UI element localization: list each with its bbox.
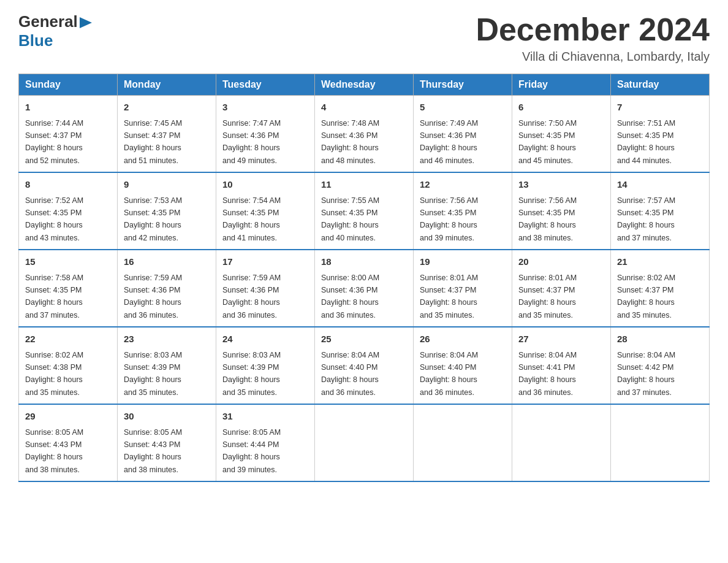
calendar-cell: 30 Sunrise: 8:05 AMSunset: 4:43 PMDaylig… [118, 404, 216, 481]
calendar-week-1: 1 Sunrise: 7:44 AMSunset: 4:37 PMDayligh… [19, 96, 710, 173]
day-info: Sunrise: 8:01 AMSunset: 4:37 PMDaylight:… [420, 274, 478, 320]
day-info: Sunrise: 8:04 AMSunset: 4:40 PMDaylight:… [321, 351, 379, 397]
calendar-cell: 31 Sunrise: 8:05 AMSunset: 4:44 PMDaylig… [216, 404, 315, 481]
calendar-cell: 20 Sunrise: 8:01 AMSunset: 4:37 PMDaylig… [512, 250, 611, 327]
day-header-tuesday: Tuesday [216, 74, 315, 96]
calendar-cell: 1 Sunrise: 7:44 AMSunset: 4:37 PMDayligh… [19, 96, 118, 173]
day-info: Sunrise: 7:56 AMSunset: 4:35 PMDaylight:… [420, 196, 478, 242]
calendar-week-4: 22 Sunrise: 8:02 AMSunset: 4:38 PMDaylig… [19, 327, 710, 404]
day-info: Sunrise: 7:52 AMSunset: 4:35 PMDaylight:… [25, 196, 83, 242]
calendar-cell: 26 Sunrise: 8:04 AMSunset: 4:40 PMDaylig… [414, 327, 512, 404]
calendar-cell: 3 Sunrise: 7:47 AMSunset: 4:36 PMDayligh… [216, 96, 315, 173]
day-number: 16 [124, 255, 210, 269]
day-info: Sunrise: 8:03 AMSunset: 4:39 PMDaylight:… [222, 351, 281, 397]
calendar-cell [611, 404, 710, 481]
calendar-cell: 21 Sunrise: 8:02 AMSunset: 4:37 PMDaylig… [611, 250, 710, 327]
day-headers-row: SundayMondayTuesdayWednesdayThursdayFrid… [19, 74, 710, 96]
day-header-sunday: Sunday [19, 74, 118, 96]
day-number: 19 [420, 255, 506, 269]
day-info: Sunrise: 7:47 AMSunset: 4:36 PMDaylight:… [222, 119, 281, 165]
day-info: Sunrise: 8:04 AMSunset: 4:41 PMDaylight:… [518, 351, 577, 397]
day-number: 9 [124, 178, 210, 192]
calendar-cell: 11 Sunrise: 7:55 AMSunset: 4:35 PMDaylig… [315, 172, 414, 250]
calendar-cell: 23 Sunrise: 8:03 AMSunset: 4:39 PMDaylig… [118, 327, 216, 404]
day-info: Sunrise: 7:44 AMSunset: 4:37 PMDaylight:… [25, 119, 83, 165]
logo: General Blue [18, 12, 93, 50]
day-number: 13 [518, 178, 604, 192]
calendar-cell: 15 Sunrise: 7:58 AMSunset: 4:35 PMDaylig… [19, 250, 118, 327]
day-number: 20 [518, 255, 604, 269]
calendar-header: SundayMondayTuesdayWednesdayThursdayFrid… [19, 74, 710, 96]
day-info: Sunrise: 8:02 AMSunset: 4:37 PMDaylight:… [617, 274, 675, 320]
calendar-cell [414, 404, 512, 481]
calendar-cell: 6 Sunrise: 7:50 AMSunset: 4:35 PMDayligh… [512, 96, 611, 173]
calendar-cell: 16 Sunrise: 7:59 AMSunset: 4:36 PMDaylig… [118, 250, 216, 327]
calendar-week-5: 29 Sunrise: 8:05 AMSunset: 4:43 PMDaylig… [19, 404, 710, 481]
calendar-cell: 25 Sunrise: 8:04 AMSunset: 4:40 PMDaylig… [315, 327, 414, 404]
calendar-cell: 12 Sunrise: 7:56 AMSunset: 4:35 PMDaylig… [414, 172, 512, 250]
day-info: Sunrise: 8:03 AMSunset: 4:39 PMDaylight:… [124, 351, 182, 397]
day-number: 6 [518, 101, 604, 115]
calendar-cell: 29 Sunrise: 8:05 AMSunset: 4:43 PMDaylig… [19, 404, 118, 481]
day-number: 25 [321, 332, 407, 347]
calendar-cell: 13 Sunrise: 7:56 AMSunset: 4:35 PMDaylig… [512, 172, 611, 250]
day-info: Sunrise: 7:57 AMSunset: 4:35 PMDaylight:… [617, 196, 675, 242]
calendar-cell: 22 Sunrise: 8:02 AMSunset: 4:38 PMDaylig… [19, 327, 118, 404]
day-info: Sunrise: 7:59 AMSunset: 4:36 PMDaylight:… [124, 274, 182, 320]
calendar-cell: 27 Sunrise: 8:04 AMSunset: 4:41 PMDaylig… [512, 327, 611, 404]
day-number: 1 [25, 101, 111, 115]
day-number: 7 [617, 101, 703, 115]
day-number: 17 [222, 255, 308, 269]
day-number: 4 [321, 101, 407, 115]
calendar-week-3: 15 Sunrise: 7:58 AMSunset: 4:35 PMDaylig… [19, 250, 710, 327]
day-number: 8 [25, 178, 111, 192]
day-number: 29 [25, 410, 111, 424]
day-info: Sunrise: 7:45 AMSunset: 4:37 PMDaylight:… [124, 119, 182, 165]
day-info: Sunrise: 8:01 AMSunset: 4:37 PMDaylight:… [518, 274, 577, 320]
day-info: Sunrise: 8:04 AMSunset: 4:42 PMDaylight:… [617, 351, 675, 397]
page-title: December 2024 [476, 12, 710, 47]
day-info: Sunrise: 7:53 AMSunset: 4:35 PMDaylight:… [124, 196, 182, 242]
day-number: 23 [124, 332, 210, 347]
day-info: Sunrise: 8:00 AMSunset: 4:36 PMDaylight:… [321, 274, 379, 320]
day-number: 14 [617, 178, 703, 192]
day-number: 21 [617, 255, 703, 269]
day-number: 2 [124, 101, 210, 115]
day-header-wednesday: Wednesday [315, 74, 414, 96]
logo-wrapper: General Blue [18, 12, 93, 50]
day-number: 30 [124, 410, 210, 424]
calendar-cell: 5 Sunrise: 7:49 AMSunset: 4:36 PMDayligh… [414, 96, 512, 173]
calendar-week-2: 8 Sunrise: 7:52 AMSunset: 4:35 PMDayligh… [19, 172, 710, 250]
calendar-cell: 4 Sunrise: 7:48 AMSunset: 4:36 PMDayligh… [315, 96, 414, 173]
day-info: Sunrise: 7:58 AMSunset: 4:35 PMDaylight:… [25, 274, 83, 320]
day-info: Sunrise: 7:51 AMSunset: 4:35 PMDaylight:… [617, 119, 675, 165]
calendar-cell: 9 Sunrise: 7:53 AMSunset: 4:35 PMDayligh… [118, 172, 216, 250]
day-info: Sunrise: 7:56 AMSunset: 4:35 PMDaylight:… [518, 196, 577, 242]
title-section: December 2024 Villa di Chiavenna, Lombar… [476, 12, 710, 64]
logo-line1: General [18, 12, 78, 31]
day-number: 10 [222, 178, 308, 192]
day-header-saturday: Saturday [611, 74, 710, 96]
logo-line2: Blue [18, 31, 93, 50]
day-number: 31 [222, 410, 308, 424]
day-info: Sunrise: 7:50 AMSunset: 4:35 PMDaylight:… [518, 119, 577, 165]
calendar-table: SundayMondayTuesdayWednesdayThursdayFrid… [18, 74, 710, 482]
day-header-monday: Monday [118, 74, 216, 96]
day-number: 18 [321, 255, 407, 269]
day-number: 11 [321, 178, 407, 192]
calendar-cell: 14 Sunrise: 7:57 AMSunset: 4:35 PMDaylig… [611, 172, 710, 250]
day-header-thursday: Thursday [414, 74, 512, 96]
day-info: Sunrise: 8:02 AMSunset: 4:38 PMDaylight:… [25, 351, 83, 397]
calendar-cell: 7 Sunrise: 7:51 AMSunset: 4:35 PMDayligh… [611, 96, 710, 173]
logo-triangle-icon [80, 16, 93, 29]
day-info: Sunrise: 7:59 AMSunset: 4:36 PMDaylight:… [222, 274, 281, 320]
calendar-body: 1 Sunrise: 7:44 AMSunset: 4:37 PMDayligh… [19, 96, 710, 482]
calendar-cell [315, 404, 414, 481]
page-subtitle: Villa di Chiavenna, Lombardy, Italy [476, 50, 710, 64]
day-info: Sunrise: 7:54 AMSunset: 4:35 PMDaylight:… [222, 196, 281, 242]
day-info: Sunrise: 8:05 AMSunset: 4:43 PMDaylight:… [25, 428, 83, 474]
day-number: 26 [420, 332, 506, 347]
svg-marker-0 [80, 17, 92, 28]
day-info: Sunrise: 7:48 AMSunset: 4:36 PMDaylight:… [321, 119, 379, 165]
day-info: Sunrise: 8:05 AMSunset: 4:43 PMDaylight:… [124, 428, 182, 474]
